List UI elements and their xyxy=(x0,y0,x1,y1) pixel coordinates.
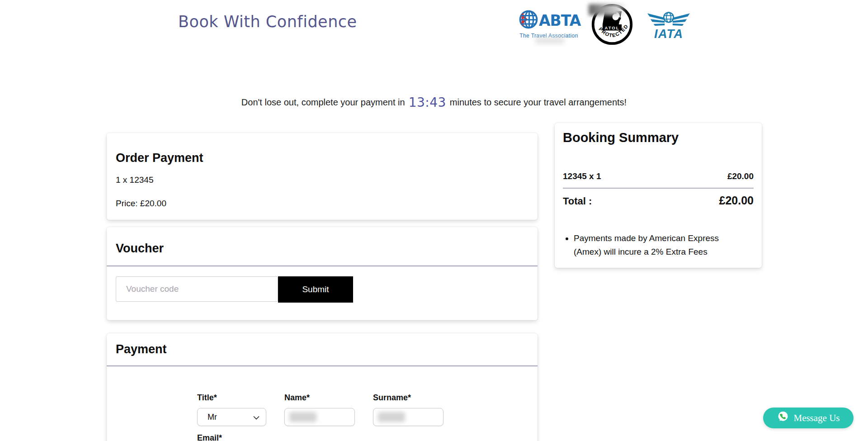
abta-globe-icon xyxy=(518,9,539,32)
voucher-heading: Voucher xyxy=(107,227,538,256)
redacted-atol-number xyxy=(589,4,627,15)
voucher-submit-button[interactable]: Submit xyxy=(278,276,353,303)
name-input[interactable] xyxy=(285,408,354,426)
countdown-message: Don't lose out, complete your payment in… xyxy=(0,95,868,110)
booking-summary-card: Booking Summary 12345 x 1 £20.00 Total :… xyxy=(555,123,762,268)
summary-item-price: £20.00 xyxy=(727,171,754,181)
booking-summary-heading: Booking Summary xyxy=(555,123,762,145)
order-payment-card: Order Payment 1 x 12345 Price: £20.00 xyxy=(107,133,538,220)
order-payment-heading: Order Payment xyxy=(107,133,538,165)
summary-total-label: Total : xyxy=(563,195,592,207)
surname-label: Surname* xyxy=(373,393,443,403)
order-price: Price: £20.00 xyxy=(116,199,528,209)
payment-card: Payment Title* Name* Surname* Mr xyxy=(107,333,538,441)
summary-item-label: 12345 x 1 xyxy=(563,171,601,181)
surname-input[interactable] xyxy=(373,408,443,426)
payment-form: Title* Name* Surname* Mr Email* xyxy=(197,393,538,441)
payment-heading: Payment xyxy=(107,333,538,356)
title-select[interactable]: Mr xyxy=(197,408,266,426)
whatsapp-icon xyxy=(777,410,789,426)
message-us-label: Message Us xyxy=(793,413,840,424)
surname-field-wrap xyxy=(373,408,443,426)
title-selected-value: Mr xyxy=(208,413,217,422)
redacted-abta-number xyxy=(535,37,564,44)
payment-page: Book With Confidence xyxy=(0,0,868,441)
iata-wordmark: IATA xyxy=(654,27,683,41)
countdown-suffix: minutes to secure your travel arrangemen… xyxy=(450,97,627,107)
message-us-button[interactable]: Message Us xyxy=(763,408,854,428)
payment-divider xyxy=(107,365,538,366)
voucher-card: Voucher Submit xyxy=(107,227,538,320)
name-field-wrap xyxy=(284,408,355,426)
iata-logo: IATA xyxy=(646,10,691,42)
countdown-timer: 13:43 xyxy=(409,95,446,110)
title-label: Title* xyxy=(197,393,266,403)
voucher-code-input[interactable] xyxy=(116,276,278,302)
chevron-down-icon xyxy=(253,413,259,422)
abta-logo: ABTA The Travel Association xyxy=(518,9,580,45)
summary-divider xyxy=(563,188,754,189)
voucher-divider xyxy=(107,266,538,266)
email-label: Email* xyxy=(197,433,443,441)
atol-protected-badge: ATOL PROTECTED xyxy=(590,3,634,46)
atol-wordmark: ATOL xyxy=(605,25,620,30)
amex-fee-note: Payments made by American Express (Amex)… xyxy=(574,232,725,259)
countdown-prefix: Don't lose out, complete your payment in xyxy=(241,97,405,107)
name-label: Name* xyxy=(284,393,355,403)
order-line-item: 1 x 12345 xyxy=(116,175,528,185)
abta-wordmark: ABTA xyxy=(539,13,580,28)
page-title: Book With Confidence xyxy=(178,13,357,31)
summary-total-value: £20.00 xyxy=(719,194,754,207)
